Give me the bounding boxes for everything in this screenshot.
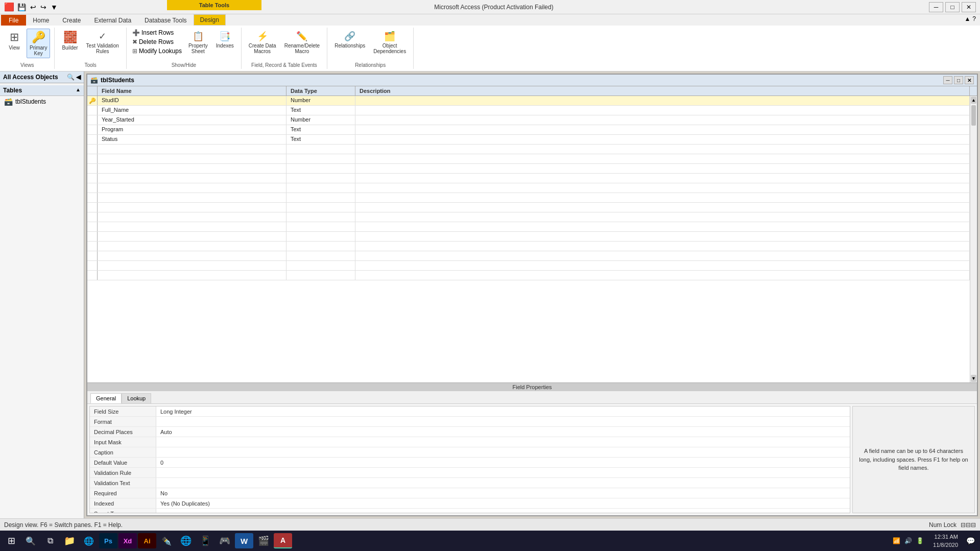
empty-table-row[interactable]: [87, 261, 970, 271]
field-name-cell[interactable]: [98, 242, 286, 251]
empty-table-row[interactable]: [87, 154, 970, 164]
test-validation-button[interactable]: ✓ Test ValidationRules: [83, 29, 122, 56]
property-sheet-button[interactable]: 📋 PropertySheet: [185, 29, 211, 56]
property-value[interactable]: [156, 417, 850, 426]
field-name-cell[interactable]: [98, 232, 286, 241]
close-button[interactable]: ✕: [962, 2, 976, 12]
edge-button[interactable]: 🌐: [80, 532, 98, 550]
data-type-cell[interactable]: [286, 271, 355, 280]
data-type-cell[interactable]: [286, 183, 355, 193]
builder-button[interactable]: 🧱 Builder: [59, 29, 81, 53]
data-type-cell[interactable]: [286, 174, 355, 183]
tab-database-tools[interactable]: Database Tools: [138, 15, 194, 26]
data-type-cell[interactable]: [286, 193, 355, 202]
empty-table-row[interactable]: [87, 232, 970, 242]
field-name-cell[interactable]: [98, 164, 286, 173]
description-cell[interactable]: [355, 115, 970, 125]
vlc-button[interactable]: 🎬: [254, 532, 273, 550]
ribbon-help-icon[interactable]: ?: [972, 15, 976, 22]
field-name-cell[interactable]: [98, 212, 286, 222]
description-cell[interactable]: [355, 212, 970, 222]
data-type-cell[interactable]: Text: [286, 106, 355, 115]
empty-table-row[interactable]: [87, 193, 970, 203]
description-cell[interactable]: [355, 232, 970, 241]
description-cell[interactable]: [355, 96, 970, 105]
notification-icon[interactable]: 💬: [963, 537, 978, 545]
app-button-2[interactable]: 🎮: [216, 532, 234, 550]
field-name-cell[interactable]: [98, 203, 286, 212]
field-name-cell[interactable]: Program: [98, 125, 286, 134]
table-row[interactable]: Program Text: [87, 125, 970, 135]
empty-table-row[interactable]: [87, 251, 970, 261]
description-cell[interactable]: [355, 106, 970, 115]
description-cell[interactable]: [355, 271, 970, 280]
relationships-button[interactable]: 🔗 Relationships: [331, 29, 368, 51]
table-row[interactable]: Status Text: [87, 135, 970, 145]
data-type-cell[interactable]: [286, 154, 355, 163]
data-type-cell[interactable]: Text: [286, 135, 355, 144]
chrome-button[interactable]: 🌐: [177, 532, 195, 550]
description-cell[interactable]: [355, 183, 970, 193]
data-type-cell[interactable]: [286, 251, 355, 260]
more-icon[interactable]: ▼: [50, 2, 59, 12]
property-value[interactable]: 0: [156, 458, 850, 467]
data-type-cell[interactable]: [286, 164, 355, 173]
property-value[interactable]: Yes (No Duplicates): [156, 498, 850, 508]
field-name-cell[interactable]: StudID: [98, 96, 286, 105]
table-minimize-button[interactable]: ─: [943, 76, 952, 84]
field-name-cell[interactable]: [98, 154, 286, 163]
data-type-cell[interactable]: Number: [286, 115, 355, 125]
description-cell[interactable]: [355, 125, 970, 134]
description-cell[interactable]: [355, 203, 970, 212]
rename-delete-macro-button[interactable]: ✏️ Rename/DeleteMacro: [281, 29, 323, 56]
save-icon[interactable]: 💾: [16, 2, 27, 12]
illustrator-button[interactable]: Ai: [138, 533, 156, 548]
field-name-cell[interactable]: [98, 193, 286, 202]
description-cell[interactable]: [355, 251, 970, 260]
field-name-cell[interactable]: Full_Name: [98, 106, 286, 115]
description-cell[interactable]: [355, 145, 970, 154]
empty-table-row[interactable]: [87, 222, 970, 232]
task-view-button[interactable]: ⧉: [41, 532, 59, 550]
tab-home[interactable]: Home: [26, 15, 56, 26]
table-scrollbar[interactable]: ▲ ▼: [970, 96, 977, 382]
description-cell[interactable]: [355, 135, 970, 144]
object-dependencies-button[interactable]: 🗂️ ObjectDependencies: [370, 29, 409, 56]
view-button[interactable]: ⊞ View: [4, 29, 25, 53]
data-type-cell[interactable]: [286, 145, 355, 154]
adobexd-button[interactable]: Xd: [118, 533, 137, 548]
file-explorer-button[interactable]: 📁: [60, 532, 79, 550]
photoshop-button[interactable]: Ps: [99, 533, 117, 548]
taskbar-clock[interactable]: 12:31 AM11/8/2020: [929, 533, 962, 549]
empty-table-row[interactable]: [87, 174, 970, 183]
tab-lookup[interactable]: Lookup: [122, 393, 151, 403]
empty-table-row[interactable]: [87, 145, 970, 154]
field-name-cell[interactable]: [98, 183, 286, 193]
insert-rows-button[interactable]: ➕ Insert Rows: [131, 29, 183, 37]
field-name-cell[interactable]: [98, 222, 286, 231]
property-value[interactable]: Auto: [156, 427, 850, 437]
maximize-button[interactable]: □: [945, 2, 960, 12]
nav-pane-chevron-icon[interactable]: ◀: [76, 74, 81, 81]
description-cell[interactable]: [355, 261, 970, 270]
empty-table-row[interactable]: [87, 242, 970, 251]
table-row[interactable]: 🔑 StudID Number: [87, 96, 970, 106]
empty-table-row[interactable]: [87, 271, 970, 280]
field-name-cell[interactable]: [98, 174, 286, 183]
data-type-cell[interactable]: [286, 222, 355, 231]
modify-lookups-button[interactable]: ⊞ Modify Lookups: [131, 47, 183, 55]
description-cell[interactable]: [355, 193, 970, 202]
description-cell[interactable]: [355, 154, 970, 163]
word-button[interactable]: W: [235, 533, 253, 548]
description-cell[interactable]: [355, 222, 970, 231]
description-cell[interactable]: [355, 164, 970, 173]
table-row[interactable]: Full_Name Text: [87, 106, 970, 115]
description-cell[interactable]: [355, 174, 970, 183]
description-cell[interactable]: [355, 242, 970, 251]
minimize-button[interactable]: ─: [929, 2, 943, 12]
tab-file[interactable]: File: [1, 15, 26, 26]
tab-external-data[interactable]: External Data: [87, 15, 138, 26]
data-type-cell[interactable]: [286, 232, 355, 241]
property-value[interactable]: [156, 509, 850, 513]
data-type-cell[interactable]: [286, 242, 355, 251]
